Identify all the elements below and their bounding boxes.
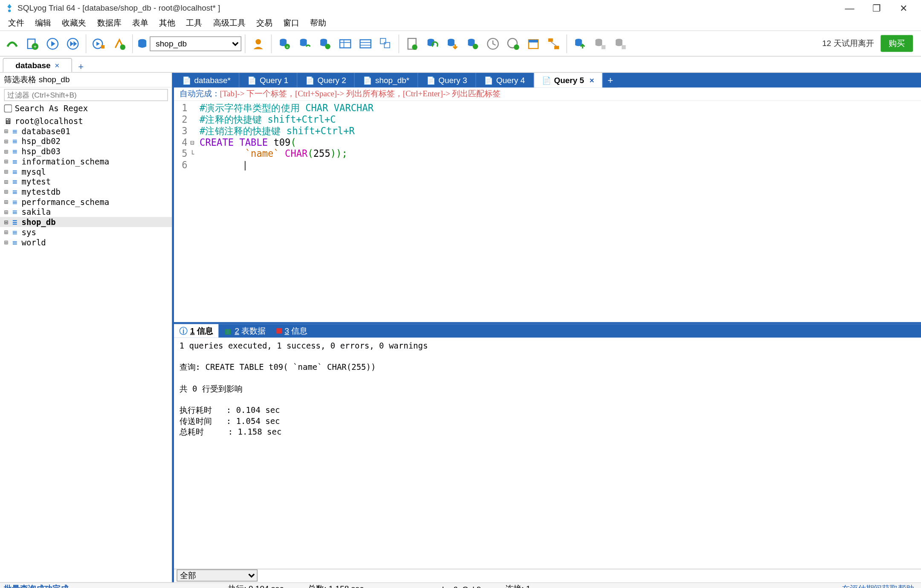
minimize-button[interactable]: — (836, 3, 863, 13)
query-tabs: 📄database* 📄Query 1 📄Query 2 📄shop_db* 📄… (174, 73, 921, 88)
format-icon[interactable] (110, 34, 129, 53)
result-tab-data[interactable]: ▦2 表数据 (218, 324, 271, 338)
svg-point-33 (514, 44, 519, 50)
tree-db[interactable]: ⊞≡hsp_db03 (0, 146, 172, 156)
query-tab[interactable]: 📄Query 2 (297, 73, 355, 88)
sidebar: 筛选表格 shop_db Search As Regex 🖥 root@loca… (0, 73, 174, 582)
new-query-icon[interactable]: + (23, 34, 42, 53)
new-connection-icon[interactable] (3, 34, 21, 53)
svg-rect-43 (622, 45, 626, 49)
db-up-icon[interactable] (463, 34, 482, 53)
svg-rect-41 (602, 45, 605, 49)
user-manager-icon[interactable] (249, 34, 268, 53)
execute-explain-icon[interactable] (90, 34, 108, 53)
text-cursor (245, 161, 246, 170)
execute-query-icon[interactable] (43, 34, 62, 53)
tree-db[interactable]: ⊞≡performance_schema (0, 197, 172, 207)
fold-gutter: ⊟└ (190, 101, 200, 322)
result-tab-info2[interactable]: 3 信息 (271, 324, 313, 338)
table-icon-2[interactable] (356, 34, 375, 53)
status-conn: 连接: 1 (493, 583, 543, 588)
filter-input[interactable] (4, 89, 168, 101)
schedule-icon[interactable] (484, 34, 502, 53)
close-icon[interactable]: × (55, 61, 59, 70)
tree-db-selected[interactable]: ⊞≡shop_db (0, 217, 172, 227)
menu-database[interactable]: 数据库 (92, 16, 127, 30)
db-down-icon[interactable] (443, 34, 462, 53)
svg-rect-24 (384, 42, 390, 48)
result-filter-select[interactable]: 全部 (177, 569, 258, 581)
result-body: 1 queries executed, 1 success, 0 errors,… (174, 337, 921, 568)
results-panel: i1 信息 ▦2 表数据 3 信息 1 queries executed, 1 … (174, 322, 921, 582)
query-tab[interactable]: 📄Query 3 (418, 73, 476, 88)
query-tab[interactable]: 📄Query 1 (239, 73, 297, 88)
database-selector[interactable]: shop_db (150, 36, 241, 51)
tree-db[interactable]: ⊞≡information_schema (0, 156, 172, 167)
menu-transaction[interactable]: 交易 (251, 16, 278, 30)
tree-db[interactable]: ⊞≡mysql (0, 167, 172, 177)
query-tab[interactable]: 📄shop_db* (355, 73, 418, 88)
titlebar: SQLyog Trial 64 - [database/shop_db - ro… (0, 0, 921, 16)
close-icon[interactable]: × (587, 75, 594, 85)
menu-table[interactable]: 表单 (127, 16, 154, 30)
table-icon-1[interactable] (336, 34, 355, 53)
connection-tab-database[interactable]: database × (3, 58, 72, 72)
add-connection-button[interactable]: + (72, 61, 86, 72)
menu-file[interactable]: 文件 (3, 16, 29, 30)
menu-help[interactable]: 帮助 (305, 16, 332, 30)
status-help-link[interactable]: 在评估期间获取帮助 (842, 583, 917, 588)
calendar-icon[interactable] (524, 34, 543, 53)
toolbar: + shop_db + 12 天试用离开 购买 (0, 31, 921, 57)
line-gutter: 1 2 3 4 5 6 (174, 101, 190, 322)
db-grey-icon-1[interactable] (591, 34, 609, 53)
connection-tab-label: database (15, 61, 50, 70)
result-footer: 全部 (174, 569, 921, 582)
db-grey-icon-2[interactable] (611, 34, 630, 53)
tree-db[interactable]: ⊞≡sys (0, 227, 172, 237)
menu-window[interactable]: 窗口 (278, 16, 305, 30)
svg-line-38 (551, 41, 556, 45)
trial-label: 12 天试用离开 (822, 38, 879, 49)
menu-favorites[interactable]: 收藏夹 (57, 16, 92, 30)
code-area[interactable]: #演示字符串类型的使用 CHAR VARCHAR #注释的快捷键 shift+C… (200, 101, 921, 322)
db-export-icon[interactable] (571, 34, 589, 53)
table-icon-3[interactable] (376, 34, 395, 53)
svg-point-10 (255, 39, 261, 44)
svg-rect-17 (340, 40, 350, 48)
regex-checkbox[interactable] (4, 104, 12, 112)
buy-button[interactable]: 购买 (880, 35, 913, 52)
tree-root[interactable]: 🖥 root@localhost (0, 116, 172, 126)
regex-label: Search As Regex (15, 104, 88, 113)
menu-edit[interactable]: 编辑 (30, 16, 57, 30)
db-refresh-icon[interactable] (423, 34, 442, 53)
tree-db[interactable]: ⊞≡hsp_db02 (0, 136, 172, 146)
db-create-icon[interactable]: + (275, 34, 294, 53)
diagram-icon[interactable] (544, 34, 563, 53)
query-tab[interactable]: 📄Query 4 (476, 73, 534, 88)
tree-db[interactable]: ⊞≡database01 (0, 126, 172, 136)
menu-tools[interactable]: 工具 (181, 16, 208, 30)
menu-advanced[interactable]: 高级工具 (208, 16, 251, 30)
statusbar: 批量查询成功完成 执行: 0.104 sec 总数: 1.158 sec Ln … (0, 582, 921, 588)
tree-db[interactable]: ⊞≡world (0, 237, 172, 248)
tree-db[interactable]: ⊞≡mytest (0, 176, 172, 187)
svg-rect-23 (380, 38, 386, 43)
query-tab-active[interactable]: 📄Query 5× (534, 73, 603, 88)
db-globe-icon[interactable] (316, 34, 334, 53)
query-tab[interactable]: 📄database* (174, 73, 239, 88)
db-sync-icon[interactable] (295, 34, 314, 53)
tree-db[interactable]: ⊞≡sakila (0, 207, 172, 217)
doc-icon[interactable] (403, 34, 421, 53)
close-button[interactable]: ✕ (890, 3, 917, 13)
tree-db[interactable]: ⊞≡mytestdb (0, 187, 172, 197)
add-query-tab[interactable]: + (603, 73, 618, 88)
sidebar-header: 筛选表格 shop_db (0, 73, 172, 88)
schedule-add-icon[interactable] (504, 34, 522, 53)
sql-editor[interactable]: 1 2 3 4 5 6 ⊟└ #演示字符串类型的使用 CHAR VARCHAR … (174, 101, 921, 322)
maximize-button[interactable]: ❐ (863, 3, 890, 13)
result-tab-info[interactable]: i1 信息 (174, 324, 218, 338)
status-msg: 批量查询成功完成 (4, 583, 81, 588)
execute-all-icon[interactable] (64, 34, 82, 53)
db-tree: 🖥 root@localhost ⊞≡database01 ⊞≡hsp_db02… (0, 115, 172, 249)
menu-other[interactable]: 其他 (154, 16, 181, 30)
